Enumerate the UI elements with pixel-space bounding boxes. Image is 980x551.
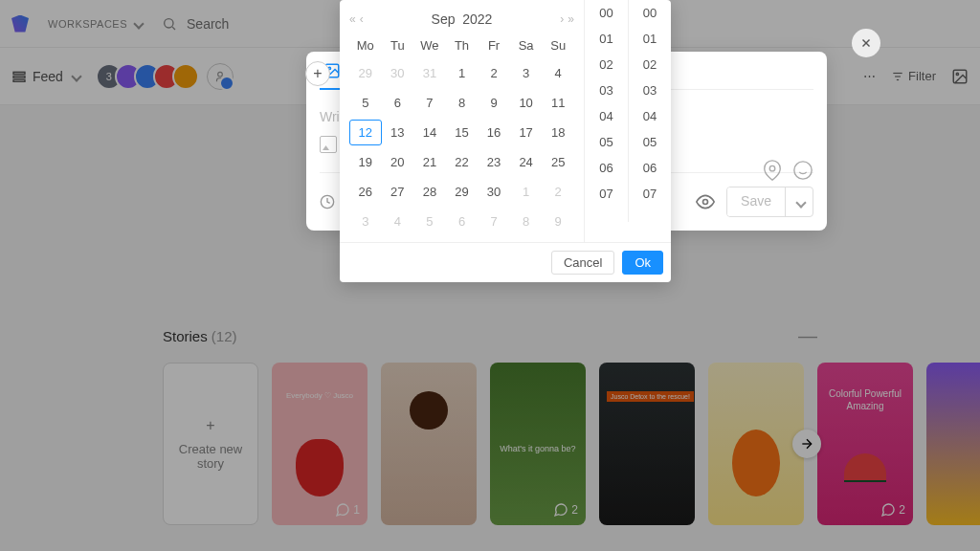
location-icon[interactable]: [762, 160, 783, 181]
hour-option[interactable]: 04: [585, 103, 628, 129]
ok-button[interactable]: Ok: [622, 251, 663, 275]
calendar-day[interactable]: 29: [349, 60, 382, 86]
chevron-down-icon: [795, 197, 806, 208]
calendar-day[interactable]: 7: [413, 90, 446, 116]
clock-icon: [320, 194, 335, 209]
calendar-day[interactable]: 10: [510, 90, 543, 116]
close-button[interactable]: [852, 29, 880, 57]
next-nav[interactable]: ›»: [560, 12, 574, 26]
calendar-header: «‹ Sep 2022 ›»: [349, 8, 574, 34]
calendar-day[interactable]: 11: [542, 90, 574, 116]
calendar-day[interactable]: 17: [510, 120, 543, 145]
calendar-day[interactable]: 12: [349, 120, 382, 145]
emoji-icon[interactable]: [792, 160, 813, 181]
calendar-day[interactable]: 1: [446, 60, 479, 86]
calendar-day[interactable]: 30: [478, 179, 510, 205]
calendar-day[interactable]: 16: [478, 120, 510, 145]
calendar-day[interactable]: 3: [349, 209, 382, 234]
minute-option[interactable]: 02: [629, 52, 671, 77]
svg-point-17: [794, 162, 812, 179]
cancel-button[interactable]: Cancel: [551, 251, 614, 275]
calendar-day[interactable]: 14: [413, 120, 446, 145]
prev-nav[interactable]: «‹: [349, 12, 364, 26]
hours-column[interactable]: 0001020304050607: [585, 0, 628, 222]
minutes-column[interactable]: 0001020304050607: [628, 0, 671, 222]
calendar-day[interactable]: 6: [446, 209, 479, 234]
double-left-icon: «: [349, 12, 356, 26]
calendar-day[interactable]: 19: [349, 149, 382, 175]
dow-label: Fr: [478, 34, 510, 56]
calendar-day[interactable]: 5: [413, 209, 446, 234]
calendar-day[interactable]: 30: [382, 60, 414, 86]
year-label[interactable]: 2022: [462, 11, 492, 27]
calendar-day[interactable]: 22: [446, 149, 479, 175]
calendar-day[interactable]: 25: [542, 149, 574, 175]
picker-body: «‹ Sep 2022 ›» MoTuWeThFrSaSu29303112345…: [340, 0, 671, 242]
hour-option[interactable]: 02: [585, 52, 628, 77]
single-right-icon: ›: [560, 12, 564, 26]
calendar-day[interactable]: 31: [413, 60, 446, 86]
calendar-day[interactable]: 4: [542, 60, 574, 86]
hour-option[interactable]: 05: [585, 129, 628, 155]
calendar-day[interactable]: 2: [478, 60, 510, 86]
calendar-day[interactable]: 8: [510, 209, 543, 234]
hour-option[interactable]: 01: [585, 26, 628, 52]
hour-option[interactable]: 07: [585, 181, 628, 207]
picker-footer: Cancel Ok: [340, 242, 671, 282]
calendar-day[interactable]: 24: [510, 149, 543, 175]
calendar-day[interactable]: 21: [413, 149, 446, 175]
calendar-day[interactable]: 15: [446, 120, 479, 145]
hour-option[interactable]: 00: [585, 0, 628, 26]
time-columns: 0001020304050607 0001020304050607: [584, 0, 671, 242]
minute-option[interactable]: 01: [629, 26, 671, 52]
calendar-day[interactable]: 9: [542, 209, 574, 234]
save-group: Save: [726, 187, 813, 217]
calendar-day[interactable]: 13: [382, 120, 414, 145]
calendar-day[interactable]: 1: [510, 179, 543, 205]
dow-label: Tu: [382, 34, 414, 56]
calendar-day[interactable]: 23: [478, 149, 510, 175]
dow-label: Th: [446, 34, 479, 56]
calendar-day[interactable]: 2: [542, 179, 574, 205]
calendar-day[interactable]: 29: [446, 179, 479, 205]
close-icon: [859, 36, 873, 50]
calendar-day[interactable]: 3: [510, 60, 543, 86]
minute-option[interactable]: 00: [629, 0, 671, 26]
calendar-day[interactable]: 26: [349, 179, 382, 205]
calendar-day[interactable]: 7: [478, 209, 510, 234]
add-button[interactable]: +: [305, 61, 330, 86]
minute-option[interactable]: 04: [629, 103, 671, 129]
dow-label: Su: [542, 34, 574, 56]
minute-option[interactable]: 06: [629, 155, 671, 181]
calendar-day[interactable]: 18: [542, 120, 574, 145]
double-right-icon: »: [568, 12, 574, 26]
dow-label: Mo: [349, 34, 382, 56]
save-dropdown[interactable]: [785, 187, 813, 216]
minute-option[interactable]: 05: [629, 129, 671, 155]
image-attachment-icon[interactable]: [320, 136, 337, 153]
calendar-day[interactable]: 8: [446, 90, 479, 116]
calendar: «‹ Sep 2022 ›» MoTuWeThFrSaSu29303112345…: [340, 0, 584, 242]
svg-point-16: [769, 165, 775, 171]
minute-option[interactable]: 03: [629, 77, 671, 103]
calendar-day[interactable]: 27: [382, 179, 414, 205]
compose-actions: [762, 160, 813, 181]
single-left-icon: ‹: [360, 12, 364, 26]
hour-option[interactable]: 03: [585, 77, 628, 103]
calendar-day[interactable]: 6: [382, 90, 414, 116]
save-button[interactable]: Save: [727, 187, 785, 216]
datetime-picker: «‹ Sep 2022 ›» MoTuWeThFrSaSu29303112345…: [340, 0, 671, 282]
dow-label: We: [413, 34, 446, 56]
calendar-day[interactable]: 4: [382, 209, 414, 234]
svg-point-21: [703, 200, 708, 205]
hour-option[interactable]: 06: [585, 155, 628, 181]
calendar-day[interactable]: 9: [478, 90, 510, 116]
calendar-day[interactable]: 20: [382, 149, 414, 175]
month-label[interactable]: Sep: [432, 11, 456, 27]
schedule-right: Save: [696, 187, 813, 217]
calendar-day[interactable]: 5: [349, 90, 382, 116]
minute-option[interactable]: 07: [629, 181, 671, 207]
dow-label: Sa: [510, 34, 543, 56]
calendar-day[interactable]: 28: [413, 179, 446, 205]
preview-icon[interactable]: [696, 192, 715, 211]
